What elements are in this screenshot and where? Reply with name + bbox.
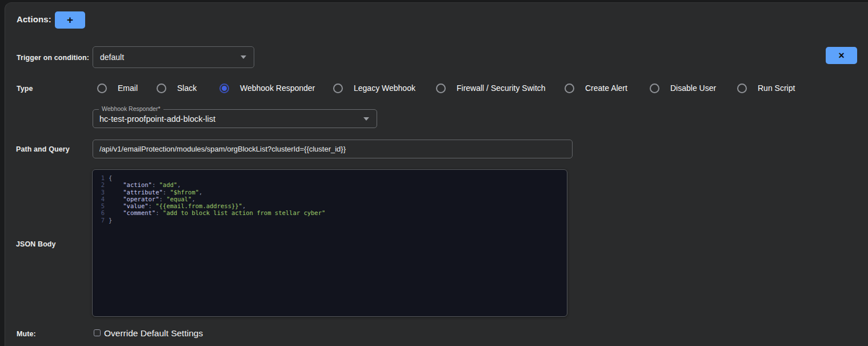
- code-line: 6 "comment": "add to block list action f…: [93, 209, 567, 216]
- code-line: 1{: [93, 174, 567, 181]
- type-radio-label: Run Script: [758, 83, 795, 93]
- type-radio-disable-user[interactable]: Disable User: [650, 79, 716, 97]
- type-radio-slack[interactable]: Slack: [157, 79, 197, 97]
- code-line: 7}: [93, 217, 567, 224]
- type-radio-label: Disable User: [670, 83, 716, 93]
- chevron-down-icon: [363, 117, 369, 121]
- json-body-editor[interactable]: 1{2 "action": "add",3 "attribute": "$hfr…: [92, 169, 567, 317]
- radio-unselected-icon[interactable]: [97, 83, 107, 93]
- type-radio-legacy-webhook[interactable]: Legacy Webhook: [333, 79, 415, 97]
- trigger-condition-value: default: [93, 53, 241, 62]
- radio-unselected-icon[interactable]: [157, 83, 166, 93]
- json-body-label: JSON Body: [16, 240, 56, 248]
- type-radio-label: Slack: [177, 83, 197, 93]
- code-line: 3 "attribute": "$hfrom",: [93, 189, 567, 196]
- override-default-settings-checkbox[interactable]: [94, 329, 101, 336]
- trigger-condition-select[interactable]: default: [93, 46, 254, 68]
- code-line: 2 "action": "add",: [93, 181, 567, 188]
- type-radio-webhook-responder[interactable]: Webhook Responder: [219, 79, 315, 97]
- radio-unselected-icon[interactable]: [436, 83, 446, 93]
- code-line: 4 "operator": "equal",: [93, 196, 567, 202]
- type-radio-label: Email: [118, 83, 138, 93]
- type-radio-group: EmailSlackWebhook ResponderLegacy Webhoo…: [5, 79, 868, 97]
- line-number: 2: [93, 181, 109, 188]
- type-radio-label: Legacy Webhook: [354, 83, 415, 93]
- path-query-label: Path and Query: [16, 145, 70, 153]
- radio-unselected-icon[interactable]: [650, 83, 659, 93]
- type-radio-run-script[interactable]: Run Script: [737, 79, 795, 97]
- type-radio-label: Firewall / Security Switch: [457, 83, 546, 93]
- add-action-button[interactable]: +: [55, 11, 85, 29]
- type-radio-label: Create Alert: [585, 83, 627, 93]
- webhook-responder-label: Webhook Responder*: [99, 105, 163, 112]
- type-radio-label: Webhook Responder: [240, 83, 315, 93]
- chevron-down-icon: [241, 55, 246, 59]
- type-radio-firewall-security-switch[interactable]: Firewall / Security Switch: [436, 79, 546, 97]
- radio-unselected-icon[interactable]: [565, 83, 574, 93]
- type-radio-email[interactable]: Email: [97, 79, 138, 97]
- radio-selected-icon[interactable]: [219, 83, 229, 93]
- webhook-responder-value: hc-test-proofpoint-add-block-list: [93, 114, 363, 124]
- trigger-condition-label: Trigger on condition:: [17, 54, 89, 62]
- radio-unselected-icon[interactable]: [333, 83, 343, 93]
- plus-icon: +: [67, 14, 73, 26]
- line-number: 5: [93, 202, 109, 209]
- code-line: 5 "value": "{{email.from.address}}",: [93, 202, 567, 209]
- action-config-panel: Actions: + Trigger on condition: default…: [5, 2, 868, 346]
- radio-unselected-icon[interactable]: [737, 83, 747, 93]
- override-default-settings-label: Override Default Settings: [104, 328, 203, 339]
- remove-action-button[interactable]: ×: [826, 47, 857, 64]
- type-radio-create-alert[interactable]: Create Alert: [565, 79, 627, 97]
- actions-label: Actions:: [17, 14, 51, 24]
- line-number: 4: [93, 196, 109, 202]
- line-number: 3: [93, 189, 109, 196]
- path-query-input[interactable]: [93, 140, 573, 158]
- webhook-responder-select[interactable]: Webhook Responder* hc-test-proofpoint-ad…: [93, 109, 377, 128]
- line-number: 6: [93, 209, 109, 216]
- line-number: 1: [93, 174, 109, 181]
- mute-label: Mute:: [17, 330, 36, 338]
- close-icon: ×: [838, 50, 845, 62]
- line-number: 7: [93, 217, 109, 224]
